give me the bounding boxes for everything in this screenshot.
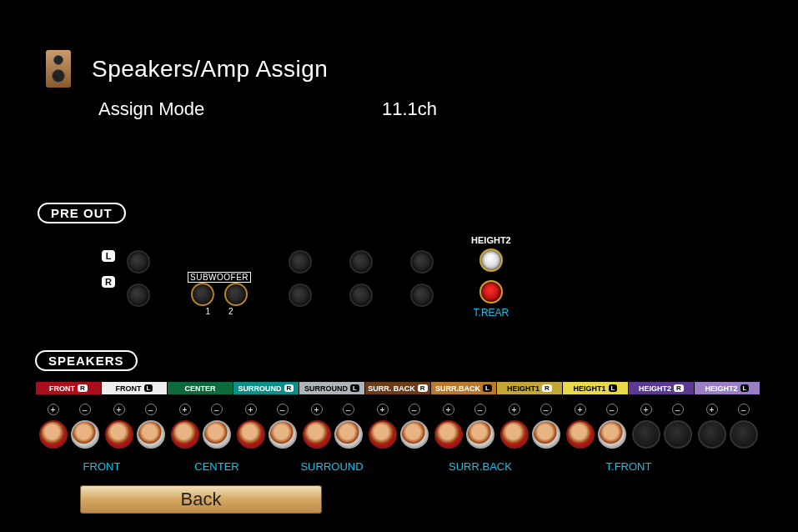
binding-posts	[500, 420, 560, 449]
terminal-label: FRONTR	[36, 382, 102, 394]
speaker-assignment-labels: FRONTCENTERSURROUNDSURR.BACKT.FRONT	[36, 460, 695, 473]
terminal-cell: FRONTR+–	[36, 382, 102, 449]
polarity-row: +–	[443, 404, 486, 415]
terminal-label: HEIGHT1R	[497, 382, 563, 394]
terminal-label: SURR.BACKL	[431, 382, 497, 394]
binding-posts	[698, 420, 758, 449]
terminal-label: FRONTL	[102, 382, 168, 394]
binding-posts	[434, 420, 494, 449]
preout-height2: HEIGHT2 T.REAR	[471, 235, 511, 319]
polarity-row: +–	[575, 404, 618, 415]
binding-posts	[39, 420, 99, 449]
left-channel-badge: L	[102, 250, 115, 262]
speakers-section-title: SPEAKERS	[35, 350, 138, 371]
terminal-strip: FRONTR+–FRONTL+–CENTER+–SURROUNDR+–SURRO…	[36, 382, 760, 449]
binding-posts	[632, 420, 692, 449]
polarity-row: +–	[706, 404, 750, 415]
terminal-cell: HEIGHT2R+–	[629, 382, 695, 449]
sub-1: 1	[205, 307, 210, 316]
polarity-row: +–	[311, 404, 354, 415]
binding-posts	[369, 420, 429, 449]
assign-mode-label: Assign Mode	[98, 98, 382, 120]
preout-col-3	[289, 250, 312, 307]
lr-labels: L R	[102, 250, 115, 288]
polarity-row: +–	[179, 404, 223, 415]
terminal-cell: HEIGHT1R+–	[497, 382, 563, 449]
binding-posts	[566, 420, 626, 449]
terminal-label: HEIGHT2L	[695, 382, 760, 394]
preout-col-5	[410, 250, 434, 307]
terminal-cell: HEIGHT2L+–	[695, 382, 760, 449]
terminal-cell: CENTER+–	[168, 382, 233, 449]
preout-front	[127, 250, 150, 307]
page-title: Speakers/Amp Assign	[92, 56, 328, 83]
binding-posts	[105, 420, 165, 449]
assignment-label: T.FRONT	[563, 460, 695, 473]
polarity-row: +–	[640, 404, 684, 415]
terminal-cell: SURR. BACKR+–	[365, 382, 431, 449]
subwoofer-label: SUBWOOFER	[188, 272, 251, 283]
terminal-cell: FRONTL+–	[102, 382, 168, 449]
assignment-label: CENTER	[168, 460, 266, 473]
terminal-cell: SURR.BACKL+–	[431, 382, 497, 449]
binding-posts	[171, 420, 231, 449]
preout-col-4	[349, 250, 373, 307]
sub-2: 2	[228, 307, 233, 316]
terminal-label: HEIGHT2R	[629, 382, 695, 394]
height2-label: HEIGHT2	[471, 235, 511, 245]
polarity-row: +–	[509, 404, 552, 415]
polarity-row: +–	[377, 404, 420, 415]
assign-mode-row[interactable]: Assign Mode 11.1ch	[98, 98, 437, 120]
preout-subwoofer: SUBWOOFER 12	[188, 250, 251, 316]
terminal-label: SURR. BACKR	[365, 382, 431, 394]
back-button[interactable]: Back	[80, 485, 322, 514]
binding-posts	[303, 420, 363, 449]
terminal-label: CENTER	[168, 382, 233, 394]
terminal-cell: HEIGHT1L+–	[563, 382, 629, 449]
terminal-cell: SURROUNDL+–	[299, 382, 365, 449]
terminal-cell: SURROUNDR+–	[233, 382, 299, 449]
assignment-label: SURR.BACK	[398, 460, 563, 473]
speaker-icon	[46, 50, 71, 88]
polarity-row: +–	[48, 404, 91, 415]
terminal-label: SURROUNDL	[299, 382, 365, 394]
right-channel-badge: R	[102, 276, 115, 288]
preout-section-title: PRE OUT	[38, 203, 126, 223]
binding-posts	[237, 420, 297, 449]
polarity-row: +–	[245, 404, 289, 415]
trear-label: T.REAR	[474, 307, 509, 319]
assignment-label: SURROUND	[266, 460, 398, 473]
assign-mode-value: 11.1ch	[382, 98, 437, 120]
polarity-row: +–	[113, 404, 157, 415]
terminal-label: SURROUNDR	[233, 382, 299, 394]
assignment-label: FRONT	[36, 460, 168, 473]
terminal-label: HEIGHT1L	[563, 382, 629, 394]
preout-row: SUBWOOFER 12 HEIGHT2 T.REAR	[127, 250, 511, 319]
